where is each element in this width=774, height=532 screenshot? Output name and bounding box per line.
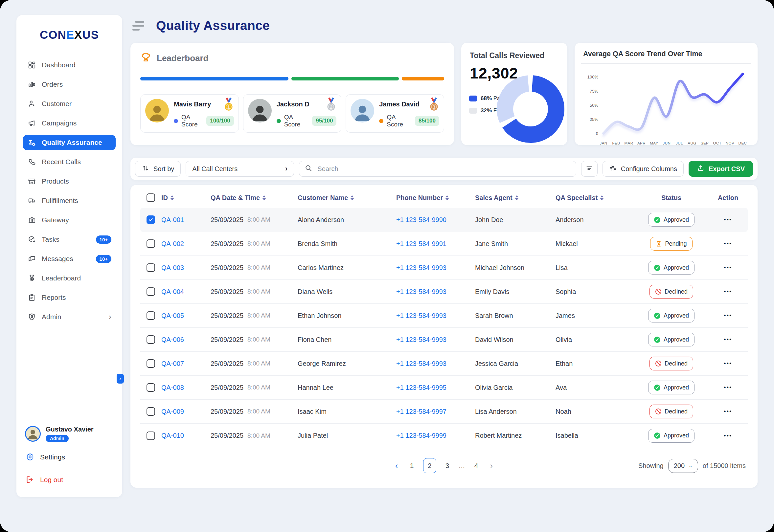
score-dot (276, 119, 281, 123)
sidebar-item-fullfillments[interactable]: Fullfillments (23, 193, 116, 208)
sidebar-item-campaigns[interactable]: Campaigns (23, 116, 116, 131)
row-checkbox[interactable] (146, 239, 155, 248)
trend-title: Average QA Score Trend Over Time (583, 50, 749, 58)
sidebar-item-label: Tasks (42, 235, 59, 243)
sidebar-item-orders[interactable]: Orders (23, 77, 116, 92)
row-actions-button[interactable]: ••• (724, 360, 732, 367)
qa-id-link[interactable]: QA-009 (161, 408, 184, 415)
column-header-sales-agent[interactable]: Sales Agent (475, 194, 556, 202)
sidebar-item-messages[interactable]: Messages10+ (23, 251, 116, 266)
qa-score-label: QA Score (181, 114, 203, 128)
leaderboard-entry-jackson-d[interactable]: Jackson D QA Score 95/100 2 (243, 94, 342, 133)
next-page-button[interactable]: › (488, 461, 496, 471)
sidebar-item-reports[interactable]: Reports (23, 290, 116, 305)
phone-number[interactable]: +1 123-584-9999 (396, 432, 475, 439)
status-badge: Declined (650, 285, 693, 299)
qa-table: IDQA Date & TimeCustomer NamePhone Numbe… (130, 185, 758, 488)
phone-number[interactable]: +1 123-584-9993 (396, 312, 475, 320)
row-checkbox[interactable] (146, 359, 155, 368)
logout-link[interactable]: Log out (23, 472, 116, 487)
row-actions-button[interactable]: ••• (724, 264, 732, 271)
prev-page-button[interactable]: ‹ (393, 461, 401, 471)
row-checkbox[interactable] (146, 215, 155, 224)
row-actions-button[interactable]: ••• (724, 408, 732, 415)
column-header-customer-name[interactable]: Customer Name (298, 194, 396, 202)
settings-link[interactable]: Settings (23, 449, 116, 465)
sidebar-item-dashboard[interactable]: Dashboard (23, 57, 116, 73)
phone-number[interactable]: +1 123-584-9993 (396, 360, 475, 367)
column-header-phone-number[interactable]: Phone Number (396, 194, 475, 202)
row-checkbox[interactable] (146, 263, 155, 272)
qa-id-link[interactable]: QA-008 (161, 384, 184, 391)
phone-number[interactable]: +1 123-584-9997 (396, 408, 475, 415)
column-header-id[interactable]: ID (161, 194, 210, 202)
page-size-select[interactable]: 200 ⌄ (668, 459, 698, 473)
qa-id-link[interactable]: QA-003 (161, 264, 184, 272)
column-header-qa-date-time[interactable]: QA Date & Time (210, 194, 298, 202)
search-box[interactable] (299, 161, 576, 177)
qa-id-link[interactable]: QA-007 (161, 360, 184, 367)
phone-number[interactable]: +1 123-584-9990 (396, 216, 475, 224)
row-actions-button[interactable]: ••• (724, 432, 732, 439)
qa-id-link[interactable]: QA-004 (161, 288, 184, 296)
row-actions-button[interactable]: ••• (724, 312, 732, 319)
search-input[interactable] (317, 165, 570, 173)
sidebar-item-recent-calls[interactable]: Recent Calls (23, 154, 116, 169)
page-2-button[interactable]: 2 (423, 458, 436, 473)
x-tick-label: NOV (726, 141, 734, 145)
sidebar-item-admin[interactable]: Admin› (23, 309, 116, 324)
user-profile[interactable]: Gustavo Xavier Admin (23, 424, 116, 447)
rank-2-medal-icon: 2 (325, 97, 337, 113)
row-checkbox[interactable] (146, 335, 155, 344)
sidebar-item-customer[interactable]: Customer (23, 96, 116, 111)
qa-id-link[interactable]: QA-001 (161, 216, 184, 224)
page-4-button[interactable]: 4 (470, 458, 483, 473)
row-checkbox[interactable] (146, 311, 155, 320)
select-all-checkbox[interactable] (146, 193, 155, 202)
row-checkbox[interactable] (146, 432, 155, 440)
sliders-icon (609, 164, 617, 174)
phone-number[interactable]: +1 123-584-9993 (396, 264, 475, 272)
row-actions-button[interactable]: ••• (724, 216, 732, 223)
sidebar-item-label: Quality Assurance (42, 139, 102, 146)
filter-button[interactable] (581, 161, 598, 177)
call-center-select[interactable]: All Call Centers › (186, 161, 294, 177)
column-header-qa-specialist[interactable]: QA Specialist (556, 194, 634, 202)
leaderboard-entry-mavis-barry[interactable]: Mavis Barry QA Score 100/100 1 (140, 94, 239, 133)
page-3-button[interactable]: 3 (441, 458, 454, 473)
row-actions-button[interactable]: ••• (724, 336, 732, 343)
qa-id-link[interactable]: QA-005 (161, 312, 184, 320)
sidebar-item-label: Reports (42, 294, 66, 301)
sidebar-item-gateway[interactable]: Gateway (23, 212, 116, 228)
menu-icon[interactable] (130, 21, 144, 31)
qa-id-link[interactable]: QA-010 (161, 432, 184, 439)
row-actions-button[interactable]: ••• (724, 288, 732, 295)
user-name: Gustavo Xavier (46, 426, 94, 433)
customer-icon (27, 100, 36, 108)
row-checkbox[interactable] (146, 383, 155, 392)
row-checkbox[interactable] (146, 407, 155, 416)
qa-id-link[interactable]: QA-002 (161, 240, 184, 248)
qa-id-link[interactable]: QA-006 (161, 336, 184, 344)
phone-number[interactable]: +1 123-584-9993 (396, 336, 475, 344)
hourglass-icon (656, 241, 662, 247)
export-csv-button[interactable]: Export CSV (689, 161, 753, 177)
configure-columns-button[interactable]: Configure Columns (603, 161, 684, 177)
sidebar-item-products[interactable]: Products (23, 174, 116, 189)
leaderboard-entry-james-david[interactable]: James David QA Score 85/100 3 (345, 94, 444, 133)
phone-number[interactable]: +1 123-584-9991 (396, 240, 475, 248)
sidebar-collapse-button[interactable]: ‹ (117, 374, 124, 384)
sidebar-item-quality-assurance[interactable]: ΣQuality Assurance (23, 135, 116, 150)
row-actions-button[interactable]: ••• (724, 240, 732, 247)
sidebar-item-label: Products (42, 177, 69, 185)
phone-number[interactable]: +1 123-584-9993 (396, 288, 475, 296)
row-checkbox[interactable] (146, 287, 155, 296)
row-actions-button[interactable]: ••• (724, 384, 732, 391)
sort-by-button[interactable]: Sort by (135, 161, 181, 177)
sidebar-item-label: Recent Calls (42, 158, 81, 166)
phone-number[interactable]: +1 123-584-9995 (396, 384, 475, 391)
page-1-button[interactable]: 1 (406, 458, 419, 473)
sidebar-item-tasks[interactable]: Tasks10+ (23, 232, 116, 247)
sidebar-item-leaderboard[interactable]: Leaderboard (23, 271, 116, 286)
trophy-icon (140, 52, 151, 64)
